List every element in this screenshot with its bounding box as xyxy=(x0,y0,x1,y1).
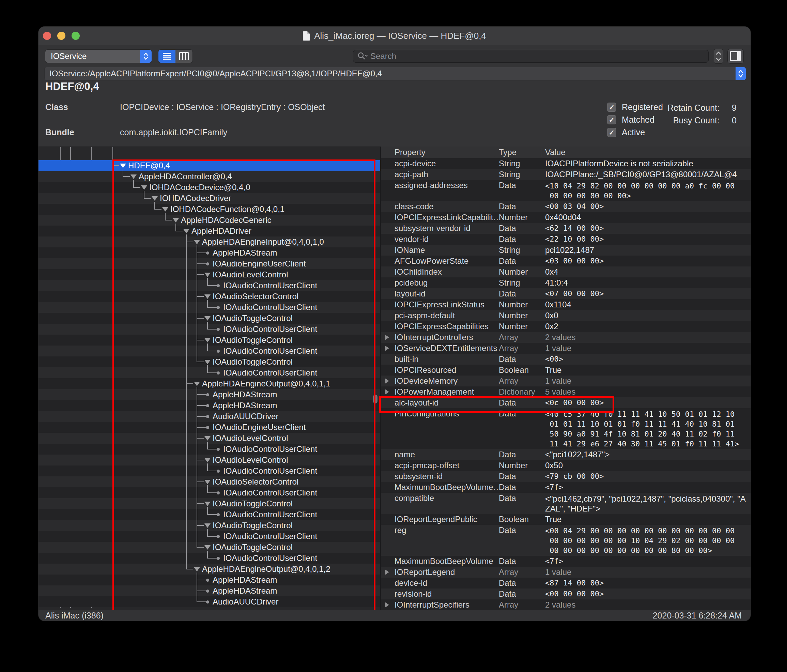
path-bar[interactable]: IOService:/AppleACPIPlatformExpert/PCI0@… xyxy=(44,67,746,81)
tree-row[interactable] xyxy=(38,389,380,400)
tree-row-label[interactable]: IOAudioLevelControl xyxy=(213,433,288,444)
property-row[interactable]: IOServiceDEXTEntitlementsArray1 value xyxy=(381,343,751,354)
tree-row-label[interactable]: HDEF@0,4 xyxy=(128,160,170,171)
disclosure-triangle-icon[interactable] xyxy=(141,185,147,190)
property-row[interactable]: class-codeData<00 03 04 00> xyxy=(381,201,751,212)
toggle-inspector-button[interactable] xyxy=(728,49,743,63)
tree-row-label[interactable]: AudioAUUCDriver xyxy=(213,596,278,607)
property-row[interactable]: compatibleData<"pci1462,cb79", "pci1022,… xyxy=(381,493,751,514)
disclosure-triangle-icon[interactable] xyxy=(204,523,210,528)
tree-row[interactable] xyxy=(38,596,380,607)
search-field[interactable]: Search xyxy=(353,50,709,63)
property-row[interactable]: alc-layout-idData<0c 00 00 00> xyxy=(381,397,751,408)
property-row[interactable]: acpi-pmcap-offsetNumber0x50 xyxy=(381,460,751,471)
property-row[interactable]: IOChildIndexNumber0x4 xyxy=(381,267,751,277)
tree-row-label[interactable]: IOAudioEngineUserClient xyxy=(213,422,306,433)
tree-row-label[interactable]: IOAudioSelectorControl xyxy=(213,476,299,487)
tree-row-label[interactable]: IOAudioToggleControl xyxy=(213,542,292,553)
disclosure-triangle-icon[interactable] xyxy=(385,335,389,340)
tree-row[interactable] xyxy=(38,574,380,585)
tree-row-label[interactable]: IOAudioLevelControl xyxy=(213,455,288,465)
tree-row[interactable] xyxy=(38,258,380,269)
disclosure-triangle-icon[interactable] xyxy=(183,229,190,233)
disclosure-triangle-icon[interactable] xyxy=(385,389,389,395)
property-row[interactable]: IOReportLegendPublicBooleanTrue xyxy=(381,514,751,525)
property-row[interactable]: subsystem-idData<79 cb 00 00> xyxy=(381,471,751,482)
property-row[interactable]: IONameStringpci1022,1487 xyxy=(381,245,751,256)
tree-row-label[interactable]: IOAudioControlUserClient xyxy=(223,302,317,313)
tree-row-label[interactable]: IOAudioToggleControl xyxy=(213,356,292,367)
tree-scrollbar-thumb[interactable] xyxy=(373,395,378,403)
property-row[interactable]: pci-aspm-defaultNumber0x0 xyxy=(381,310,751,321)
tree-row[interactable] xyxy=(38,411,380,422)
property-row[interactable]: IOPCIExpressLinkCapabilit…Number0x400d04 xyxy=(381,212,751,223)
property-row[interactable]: IOInterruptControllersArray2 values xyxy=(381,332,751,343)
property-row[interactable]: acpi-pathStringIOACPIPlane:/_SB/PCI0@0/G… xyxy=(381,169,751,180)
search-result-stepper[interactable] xyxy=(714,49,723,63)
column-header-value[interactable]: Value xyxy=(545,147,566,158)
tree-row-label[interactable]: IOAudioSelectorControl xyxy=(213,291,299,302)
tree-row-label[interactable]: IOAudioToggleControl xyxy=(213,498,292,509)
tree-row-label[interactable]: IOHDACodecFunction@0,4,0,1 xyxy=(170,204,284,215)
disclosure-triangle-icon[interactable] xyxy=(204,294,210,299)
tree-row-label[interactable]: IOAudioControlUserClient xyxy=(223,346,317,356)
tree-row-label[interactable]: AppleHDAStream xyxy=(213,400,277,411)
tree-row-label[interactable]: AppleHDAStream xyxy=(213,585,277,596)
column-header-property[interactable]: Property xyxy=(395,147,425,158)
property-row[interactable]: acpi-deviceStringIOACPIPlatformDevice is… xyxy=(381,158,751,169)
tree-row-label[interactable]: AppleHDACodecGeneric xyxy=(181,215,271,226)
disclosure-triangle-icon[interactable] xyxy=(204,501,210,506)
path-stepper-icon[interactable] xyxy=(736,67,746,80)
disclosure-triangle-icon[interactable] xyxy=(385,602,389,607)
disclosure-triangle-icon[interactable] xyxy=(204,360,210,364)
disclosure-triangle-icon[interactable] xyxy=(385,346,389,351)
tree-row-label[interactable]: IOAudioToggleControl xyxy=(213,313,292,324)
property-row[interactable]: IODeviceMemoryArray1 value xyxy=(381,376,751,386)
tree-row[interactable] xyxy=(38,247,380,258)
disclosure-triangle-icon[interactable] xyxy=(204,480,210,484)
property-row[interactable]: built-inData<00> xyxy=(381,354,751,365)
disclosure-triangle-icon[interactable] xyxy=(204,436,210,441)
disclosure-triangle-icon[interactable] xyxy=(120,164,126,168)
tree-row[interactable] xyxy=(38,160,380,171)
tree-row-label[interactable]: AppleHDADriver xyxy=(191,226,251,237)
property-row[interactable]: IOInterruptSpecifiersArray2 values xyxy=(381,599,751,610)
tree-row-label[interactable]: AppleHDAStream xyxy=(213,574,277,585)
tree-row-label[interactable]: IOAudioControlUserClient xyxy=(223,509,317,520)
tree-row-label[interactable]: AudioAUUCDriver xyxy=(213,411,278,422)
tree-row-label[interactable]: IOAudioControlUserClient xyxy=(223,367,317,378)
tree-row-label[interactable]: IOAudioToggleControl xyxy=(213,520,292,531)
list-view-button[interactable] xyxy=(158,50,175,63)
property-row[interactable]: IOPCIExpressCapabilitiesNumber0x2 xyxy=(381,321,751,332)
disclosure-triangle-icon[interactable] xyxy=(204,316,210,321)
property-row[interactable]: MaximumBootBeepVolumeData<7f> xyxy=(381,556,751,567)
tree-row-label[interactable]: AppleHDAEngineOutput@0,4,0,1,2 xyxy=(202,564,330,574)
tree-row-label[interactable]: IOAudioControlUserClient xyxy=(223,324,317,335)
tree-row-label[interactable]: IOAudioControlUserClient xyxy=(223,465,317,476)
property-row[interactable]: device-idData<87 14 00 00> xyxy=(381,578,751,588)
property-row[interactable]: regData<00 04 29 00 00 00 00 00 00 00 00… xyxy=(381,525,751,556)
disclosure-triangle-icon[interactable] xyxy=(194,240,200,244)
property-row[interactable]: IOPCIResourcedBooleanTrue xyxy=(381,365,751,376)
tree-row-label[interactable]: AppleHDAStream xyxy=(213,247,277,258)
column-header-type[interactable]: Type xyxy=(499,147,517,158)
tree-row-label[interactable]: IOAudioControlUserClient xyxy=(223,553,317,564)
property-row[interactable]: assigned-addressesData<10 04 29 82 00 00… xyxy=(381,180,751,201)
tree-row-label[interactable]: IOHDACodecDevice@0,4,0 xyxy=(149,182,250,193)
column-separator[interactable] xyxy=(495,148,495,157)
tree-row-label[interactable]: IOAudioControlUserClient xyxy=(223,531,317,542)
disclosure-triangle-icon[interactable] xyxy=(204,458,210,462)
tree-row-label[interactable]: IOAudioControlUserClient xyxy=(223,280,317,291)
column-separator[interactable] xyxy=(541,148,541,157)
column-view-button[interactable] xyxy=(175,50,193,63)
tree-row-label[interactable]: IOAudioLevelControl xyxy=(213,269,288,280)
disclosure-triangle-icon[interactable] xyxy=(194,567,200,571)
disclosure-triangle-icon[interactable] xyxy=(204,273,210,277)
property-row[interactable]: vendor-idData<22 10 00 00> xyxy=(381,234,751,245)
tree-row-label[interactable]: IOAudioControlUserClient xyxy=(223,444,317,455)
disclosure-triangle-icon[interactable] xyxy=(385,378,389,384)
tree-row-label[interactable]: AppleHDAEngineInput@0,4,0,1,0 xyxy=(202,237,324,247)
tree-row-label[interactable]: IOHDACodecDriver xyxy=(160,193,231,204)
disclosure-triangle-icon[interactable] xyxy=(385,569,389,575)
disclosure-triangle-icon[interactable] xyxy=(173,218,179,223)
